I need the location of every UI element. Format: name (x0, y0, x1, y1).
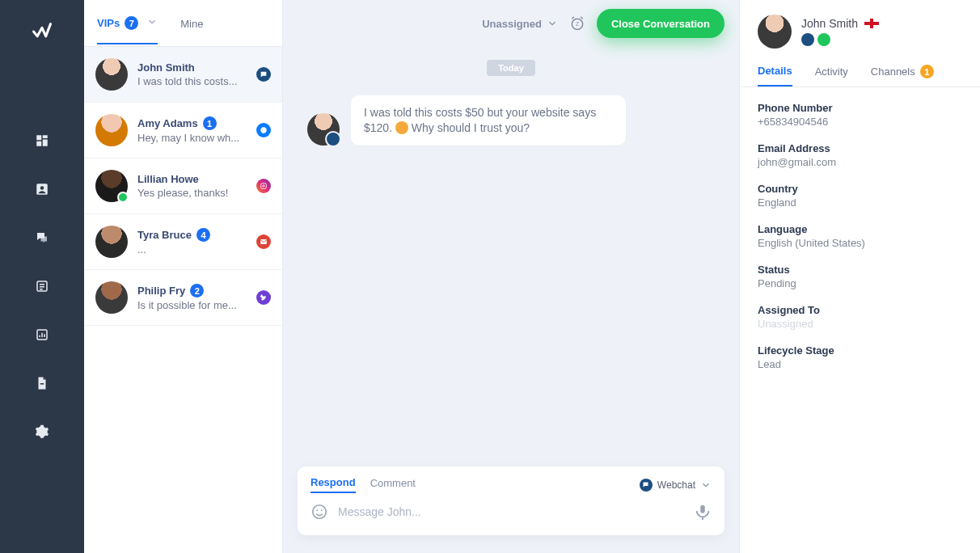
mic-icon[interactable] (694, 503, 712, 521)
field-phone: Phone Number +65834904546 (758, 102, 962, 128)
tab-comment[interactable]: Comment (370, 477, 416, 492)
nav-settings-icon[interactable] (26, 416, 58, 448)
unread-badge: 2 (190, 284, 204, 298)
england-flag-icon (864, 19, 879, 28)
tab-respond[interactable]: Respond (310, 476, 356, 493)
avatar (95, 58, 128, 91)
tab-details[interactable]: Details (758, 57, 792, 87)
unread-badge: 1 (203, 116, 217, 130)
svg-point-14 (316, 509, 318, 511)
field-lifecycle: Lifecycle Stage Lead (758, 344, 962, 370)
conversation-name: Lillian Howe (137, 173, 271, 185)
field-value: English (United States) (758, 237, 962, 249)
tab-details-label: Details (758, 65, 792, 77)
field-status: Status Pending (758, 264, 962, 289)
field-value: Pending (758, 277, 962, 289)
field-language: Language English (United States) (758, 223, 962, 249)
conversation-name: Tyra Bruce 4 (137, 228, 271, 242)
conversation-preview: I was told this costs... (137, 75, 271, 87)
tab-comment-label: Comment (370, 477, 416, 489)
svg-rect-9 (261, 184, 267, 189)
details-tabs: Details Activity Channels 1 (740, 57, 980, 87)
field-assigned-to: Assigned To Unassigned (758, 304, 962, 330)
tab-channels-label: Channels (871, 65, 915, 78)
svg-point-15 (321, 509, 323, 511)
nav-chat-icon[interactable] (26, 222, 58, 254)
field-label: Status (758, 264, 962, 276)
field-label: Phone Number (758, 102, 962, 114)
composer: Respond Comment Webchat (298, 466, 724, 535)
field-label: Lifecycle Stage (758, 344, 962, 357)
presence-indicator (117, 192, 129, 203)
unread-badge: 4 (196, 228, 210, 242)
details-panel: John Smith Details Activity Channels 1 P… (739, 0, 980, 553)
nav-stats-icon[interactable] (26, 319, 58, 351)
composer-channel-dropdown[interactable]: Webchat (640, 479, 712, 492)
conversation-preview: Hey, may I know wh... (137, 132, 271, 144)
svg-rect-0 (36, 135, 41, 140)
conversation-item[interactable]: Philip Fry 2 Is it possible for me... (84, 270, 282, 326)
list-tabs: VIPs 7 Mine (84, 0, 282, 47)
tab-mine[interactable]: Mine (180, 3, 203, 43)
assignee-dropdown[interactable]: Unassigned (482, 18, 558, 30)
snooze-icon[interactable]: Z (569, 15, 585, 32)
conversation-preview: Is it possible for me... (137, 299, 271, 311)
svg-rect-8 (40, 383, 44, 385)
conversation-item[interactable]: Amy Adams 1 Hey, may I know wh... (84, 103, 282, 158)
avatar (95, 170, 128, 202)
instagram-icon (256, 179, 271, 193)
svg-point-5 (40, 186, 44, 190)
nav-dashboard-icon[interactable] (26, 125, 58, 157)
tab-activity[interactable]: Activity (815, 57, 848, 86)
left-nav (0, 0, 84, 553)
svg-rect-2 (43, 140, 48, 146)
day-divider: Today (487, 60, 535, 76)
message-row: I was told this costs $50 but your websi… (307, 95, 715, 146)
profile-avatar (758, 15, 792, 49)
message-text-b: Why should I trust you? (408, 121, 530, 134)
profile-name: John Smith (801, 17, 879, 30)
field-value: England (758, 196, 962, 209)
profile-channels (801, 33, 879, 46)
composer-input-row (310, 503, 712, 521)
profile-header: John Smith (740, 0, 980, 57)
field-label: Assigned To (758, 304, 962, 316)
conversation-item[interactable]: Lillian Howe Yes please, thanks! (84, 158, 282, 214)
close-conversation-button[interactable]: Close Conversation (597, 9, 724, 38)
tab-vips-label: VIPs (97, 17, 120, 29)
svg-text:Z: Z (576, 21, 579, 27)
emoji-icon[interactable] (310, 503, 328, 521)
field-email: Email Address john@gmail.com (758, 142, 962, 168)
close-conversation-label: Close Conversation (611, 18, 710, 30)
field-label: Language (758, 223, 962, 235)
field-value: +65834904546 (758, 116, 962, 128)
conversation-name: Amy Adams 1 (137, 116, 271, 130)
message-bubble: I was told this costs $50 but your websi… (351, 95, 626, 146)
conversation-item[interactable]: Tyra Bruce 4 ... (84, 214, 282, 270)
viber-icon (256, 290, 271, 305)
tab-channels[interactable]: Channels 1 (871, 57, 934, 87)
messenger-icon (256, 123, 271, 137)
nav-contact-icon[interactable] (26, 173, 58, 205)
field-country: Country England (758, 183, 962, 209)
field-value: Unassigned (758, 318, 962, 330)
nav-list-icon[interactable] (26, 270, 58, 302)
message-input[interactable] (338, 505, 684, 518)
nav-file-icon[interactable] (26, 367, 58, 399)
composer-channel-label: Webchat (657, 479, 695, 491)
sad-emoji-icon (395, 121, 408, 134)
field-label: Email Address (758, 142, 962, 154)
message-avatar (307, 113, 340, 146)
conversation-preview: Yes please, thanks! (137, 187, 271, 199)
vips-badge: 7 (125, 16, 138, 30)
webchat-icon (801, 33, 814, 46)
conversation-list: VIPs 7 Mine John Smith I was told this c… (84, 0, 283, 553)
conversation-item[interactable]: John Smith I was told this costs... (84, 47, 282, 103)
chevron-down-icon[interactable] (146, 16, 158, 30)
chat-panel: Unassigned Z Close Conversation Today I … (283, 0, 739, 553)
svg-point-10 (263, 185, 265, 188)
channels-badge: 1 (920, 65, 934, 78)
composer-tabs: Respond Comment Webchat (310, 476, 712, 493)
tab-mine-label: Mine (180, 18, 203, 30)
tab-vips[interactable]: VIPs 7 (97, 2, 158, 44)
